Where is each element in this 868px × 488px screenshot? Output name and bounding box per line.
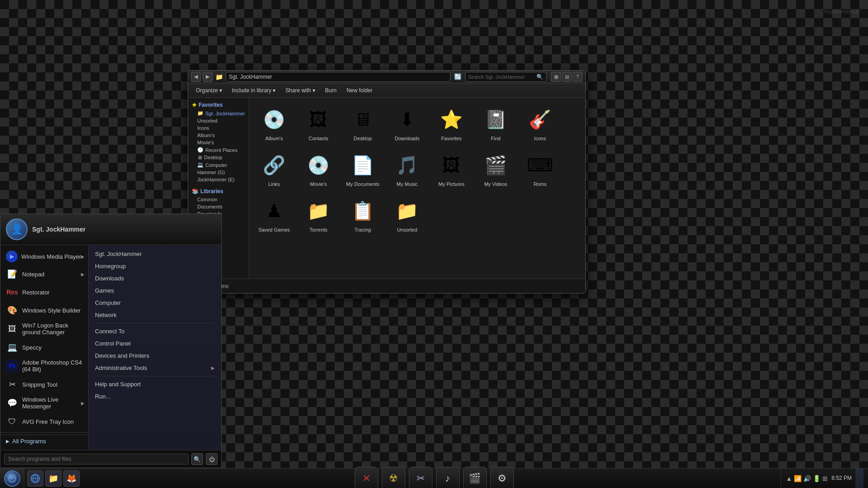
file-item[interactable]: 🎸 Icons	[520, 102, 560, 144]
organize-button[interactable]: Organize ▾	[192, 85, 226, 96]
file-item[interactable]: 📁 Torrents	[298, 194, 339, 236]
file-item[interactable]: 💿 Movie's	[298, 148, 339, 190]
menu-item-speccy[interactable]: 💻 Speccy	[0, 338, 88, 356]
system-clock[interactable]: 8:52 PM	[831, 474, 852, 482]
ie-button[interactable]	[27, 470, 43, 487]
right-item-homegroup[interactable]: Homegroup	[89, 260, 221, 272]
right-item-network[interactable]: Network	[89, 309, 221, 321]
right-item-games[interactable]: Games	[89, 284, 221, 297]
right-item-connect-to[interactable]: Connect To	[89, 325, 221, 337]
shutdown-button[interactable]: ⏻	[206, 453, 218, 465]
menu-item-photoshop[interactable]: Ps Adobe Photoshop CS4 (64 Bit)	[0, 356, 88, 375]
sidebar-item-movies[interactable]: Movie's	[188, 139, 249, 146]
file-item[interactable]: 📋 Tracing	[342, 194, 383, 236]
menu-item-notepad[interactable]: 📝 Notepad ▶	[0, 265, 88, 283]
dock-nuclear-button[interactable]: ☢	[382, 467, 405, 488]
menu-item-avg[interactable]: 🛡 AVG Free Tray Icon	[0, 412, 88, 431]
sidebar-item-albums[interactable]: Album's	[188, 132, 249, 139]
file-item[interactable]: ⭐ Favorites	[431, 102, 472, 144]
file-icon: 🎵	[393, 151, 422, 180]
right-item-run[interactable]: Run...	[89, 390, 221, 403]
view-details-btn[interactable]: ▤	[562, 72, 572, 82]
file-item[interactable]: 🎵 My Music	[387, 148, 427, 190]
right-item-control-panel[interactable]: Control Panel	[89, 337, 221, 350]
file-grid: 💿 Album's 🖼 Contacts 🖥 Desktop ⬇ Downloa…	[254, 102, 581, 236]
sidebar-item-icons[interactable]: Icons	[188, 124, 249, 132]
file-name: My Documents	[346, 181, 379, 187]
file-item[interactable]: ⌨ Roms	[520, 148, 560, 190]
search-bar[interactable]: Search Sgt. JockHammer 🔍	[465, 72, 546, 82]
file-item[interactable]: ⬇ Downloads	[387, 102, 427, 144]
include-in-library-button[interactable]: Include in library ▾	[228, 85, 280, 96]
menu-item-snipping-tool[interactable]: ✂ Snipping Tool	[0, 375, 88, 393]
sidebar-library-common[interactable]: Common	[188, 196, 249, 203]
homegroup-label: Homegroup	[95, 263, 126, 270]
include-label: Include in library	[232, 87, 271, 94]
dock-film-button[interactable]: 🎬	[463, 467, 487, 488]
sidebar-item-computer[interactable]: 💻Computer	[188, 161, 249, 169]
win7-logon-icon: 🖼	[6, 322, 19, 335]
file-icon: 📄	[348, 151, 377, 180]
sidebar-item-jockhammer-e[interactable]: JockHammer (E)	[188, 176, 249, 183]
address-text: Sgt. JockHammer	[229, 74, 272, 80]
help-btn[interactable]: ?	[573, 72, 583, 82]
sidebar-item-sgt-jockhammer[interactable]: 📁 Sgt. JockHammer	[188, 109, 249, 117]
right-item-sgt-jockhammer[interactable]: Sgt. JockHammer	[89, 248, 221, 260]
file-item[interactable]: 🖼 My Pictures	[431, 148, 472, 190]
dock-music-button[interactable]: ♪	[436, 467, 460, 488]
file-item[interactable]: ♟ Saved Games	[254, 194, 294, 236]
tray-icon-1: ▲	[786, 475, 792, 482]
search-submit-button[interactable]: 🔍	[191, 453, 203, 465]
start-button[interactable]	[0, 469, 24, 488]
sidebar-item-desktop[interactable]: 🖥Desktop	[188, 154, 249, 161]
live-messenger-icon: 💬	[6, 397, 19, 409]
file-name: Tracing	[355, 227, 371, 233]
file-item[interactable]: 💿 Album's	[254, 102, 294, 144]
file-item[interactable]: 🎬 My Videos	[475, 148, 516, 190]
all-programs-label: All Programs	[12, 438, 46, 445]
menu-item-win7-logon[interactable]: 🖼 Win7 Logon Back ground Changer	[0, 319, 88, 338]
file-icon: 📓	[481, 105, 510, 134]
view-list-btn[interactable]: ▦	[551, 72, 561, 82]
menu-item-live-messenger[interactable]: 💬 Windows Live Messenger ▶	[0, 393, 88, 412]
forward-button[interactable]: ▶	[203, 72, 213, 82]
sidebar-library-documents[interactable]: Documents	[188, 203, 249, 210]
dock-x-button[interactable]: ✕	[355, 467, 378, 488]
libraries-header[interactable]: 📚 Libraries	[188, 187, 249, 196]
right-item-devices-and-printers[interactable]: Devices and Printers	[89, 350, 221, 362]
right-item-computer[interactable]: Computer	[89, 297, 221, 309]
user-name: Sgt. JockHammer	[32, 226, 85, 233]
new-folder-button[interactable]: New folder	[342, 85, 376, 96]
menu-item-windows-media-player[interactable]: ▶ Windows Media Player ▶	[0, 248, 88, 265]
sidebar-item-hammer-g[interactable]: Hammer (G)	[188, 169, 249, 176]
program-search-input[interactable]	[4, 454, 189, 464]
file-item[interactable]: 📁 Unsorted	[387, 194, 427, 236]
favorites-header[interactable]: ★ Favorites	[188, 100, 249, 109]
right-item-administrative-tools[interactable]: Administrative Tools ▶	[89, 362, 221, 374]
folder-button[interactable]: 📁	[45, 470, 62, 487]
file-item[interactable]: 🖥 Desktop	[342, 102, 383, 144]
refresh-button[interactable]: 🔄	[452, 72, 463, 82]
right-item-help[interactable]: Help and Support	[89, 378, 221, 390]
dock-tools-button[interactable]: ✂	[409, 467, 432, 488]
firefox-button[interactable]: 🦊	[63, 470, 80, 487]
all-programs-row[interactable]: ▶ All Programs	[0, 435, 88, 447]
menu-item-style-builder[interactable]: 🎨 Windows Style Builder	[0, 301, 88, 319]
show-desktop-button[interactable]	[855, 469, 863, 488]
tray-network-icon: 📶	[794, 475, 802, 482]
file-item[interactable]: 📄 My Documents	[342, 148, 383, 190]
address-bar[interactable]: Sgt. JockHammer	[226, 72, 451, 82]
dock-settings-button[interactable]: ⚙	[490, 467, 514, 488]
right-item-downloads[interactable]: Downloads	[89, 272, 221, 284]
back-button[interactable]: ◀	[191, 72, 201, 82]
share-with-button[interactable]: Share with ▾	[281, 85, 319, 96]
sidebar-item-unsorted[interactable]: Unsorted	[188, 117, 249, 124]
file-item[interactable]: 🔗 Links	[254, 148, 294, 190]
organize-arrow: ▾	[219, 87, 222, 94]
file-item[interactable]: 🖼 Contacts	[298, 102, 339, 144]
start-menu-body: ▶ Windows Media Player ▶ 📝 Notepad ▶ Res…	[0, 245, 221, 450]
burn-button[interactable]: Burn	[321, 85, 341, 96]
file-item[interactable]: 📓 Find	[475, 102, 516, 144]
menu-item-restorator[interactable]: Res Restorator	[0, 283, 88, 301]
sidebar-item-recent-places[interactable]: 🕐Recent Places	[188, 146, 249, 154]
